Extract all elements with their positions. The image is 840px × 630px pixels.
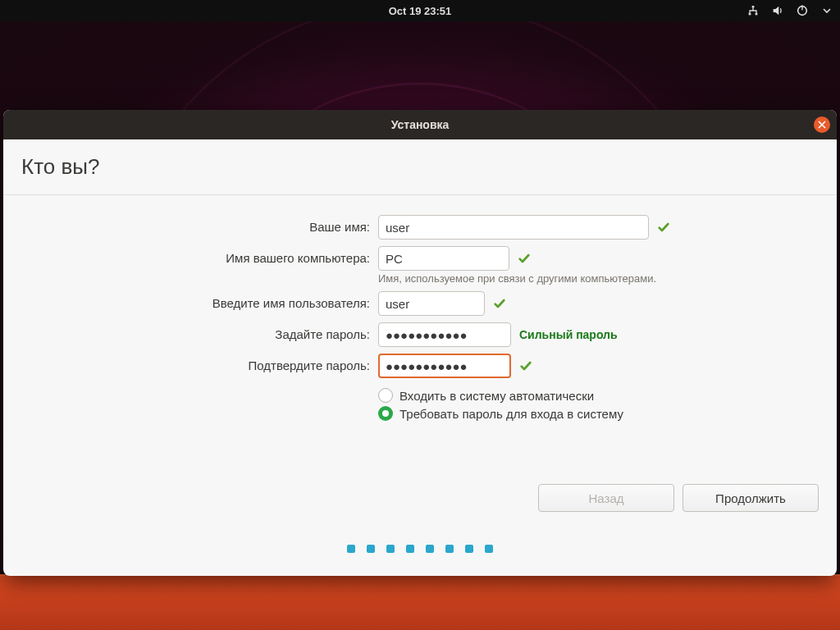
close-button[interactable]: [814, 116, 830, 133]
page-heading: Кто вы?: [21, 154, 819, 180]
chevron-down-icon[interactable]: [820, 4, 833, 17]
gnome-top-bar[interactable]: Oct 19 23:51: [0, 0, 840, 21]
radio-icon: [378, 388, 393, 403]
label-username: Введите имя пользователя:: [21, 291, 378, 316]
dot: [347, 545, 355, 553]
label-hostname: Имя вашего компьютера:: [21, 246, 378, 271]
confirm-password-input[interactable]: [378, 354, 511, 378]
label-confirm: Подтвердите пароль:: [21, 354, 378, 378]
label-name: Ваше имя:: [21, 215, 378, 240]
label-password: Задайте пароль:: [21, 322, 378, 347]
radio-require-password[interactable]: Требовать пароль для входа в систему: [378, 406, 819, 421]
check-icon: [518, 252, 531, 265]
volume-icon[interactable]: [771, 4, 784, 17]
hostname-input[interactable]: [378, 246, 509, 271]
check-icon: [493, 297, 506, 310]
radio-label: Входить в систему автоматически: [399, 389, 594, 403]
password-input[interactable]: [378, 322, 511, 347]
svg-rect-1: [749, 13, 751, 16]
power-icon[interactable]: [796, 4, 809, 17]
svg-rect-2: [756, 13, 758, 16]
system-tray[interactable]: [746, 0, 833, 21]
progress-dots: [21, 545, 819, 553]
username-input[interactable]: [378, 291, 485, 316]
dot: [465, 545, 473, 553]
password-strength: Сильный пароль: [519, 328, 618, 341]
radio-icon: [378, 406, 393, 421]
hostname-hint: Имя, используемое при связи с другими ко…: [378, 272, 819, 285]
installer-content: Кто вы? Ваше имя: Имя вашего компьютера:…: [3, 139, 837, 576]
check-icon: [657, 221, 670, 234]
network-icon[interactable]: [746, 4, 760, 17]
back-button[interactable]: Назад: [538, 484, 674, 512]
radio-label: Требовать пароль для входа в систему: [399, 407, 623, 421]
window-titlebar[interactable]: Установка: [3, 110, 837, 139]
divider: [3, 194, 837, 195]
user-form: Ваше имя: Имя вашего компьютера: Имя, ис…: [21, 215, 819, 421]
radio-auto-login[interactable]: Входить в систему автоматически: [378, 388, 819, 403]
installer-window: Установка Кто вы? Ваше имя: Имя вашего к…: [3, 110, 837, 576]
continue-button[interactable]: Продолжить: [682, 484, 819, 512]
svg-rect-4: [801, 5, 802, 10]
dot: [426, 545, 434, 553]
dot: [367, 545, 375, 553]
close-icon: [818, 121, 826, 129]
svg-rect-0: [752, 6, 755, 8]
dot: [445, 545, 454, 553]
dot: [386, 545, 395, 553]
wizard-buttons: Назад Продолжить: [21, 476, 819, 517]
check-icon: [519, 359, 532, 372]
window-title: Установка: [391, 118, 450, 131]
clock[interactable]: Oct 19 23:51: [389, 5, 452, 17]
name-input[interactable]: [378, 215, 649, 240]
dot: [485, 545, 493, 553]
desktop-accent-band: [0, 574, 840, 630]
dot: [406, 545, 414, 553]
